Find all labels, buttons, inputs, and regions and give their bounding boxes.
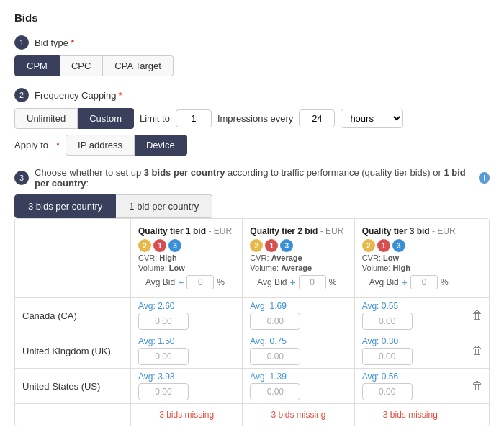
- avg-us-t2[interactable]: Avg: 1.39: [250, 372, 346, 382]
- delete-uk-btn[interactable]: 🗑: [472, 344, 483, 357]
- frequency-required: *: [118, 90, 122, 101]
- frequency-every-input[interactable]: [299, 109, 335, 127]
- table-row: United Kingdom (UK) Avg: 1.50 Avg: 0.75 …: [15, 333, 489, 368]
- tier2-badges: 2 1 3: [250, 239, 346, 252]
- tier2-badge2: 2: [250, 239, 263, 252]
- tier2-header: Quality tier 2 bid - EUR 2 1 3 CVR: Aver…: [242, 219, 354, 297]
- bid-input-ca-t1[interactable]: [138, 313, 189, 330]
- tier2-avg-label: Avg Bid: [257, 277, 287, 287]
- freq-unlimited[interactable]: Unlimited: [14, 108, 78, 129]
- delete-uk: 🗑: [466, 341, 489, 360]
- bids-table: Quality tier 1 bid - EUR 2 1 3 CVR: High…: [14, 218, 490, 426]
- frequency-section: 2 Frequency Capping * Unlimited Custom L…: [14, 88, 490, 156]
- bid-input-ca-t2[interactable]: [250, 313, 300, 330]
- tier1-pct: %: [217, 277, 225, 287]
- bid-cell-ca-t3: Avg: 0.55: [354, 298, 466, 333]
- frequency-limit-input[interactable]: [176, 109, 212, 127]
- tier1-avg-bid: Avg Bid + %: [138, 272, 235, 294]
- bid-cell-uk-t3: Avg: 0.30: [354, 333, 466, 368]
- tier1-header: Quality tier 1 bid - EUR 2 1 3 CVR: High…: [130, 219, 242, 297]
- tier3-volume: Volume: High: [362, 264, 459, 272]
- tier2-plus-icon[interactable]: +: [289, 277, 295, 288]
- avg-us-t1[interactable]: Avg: 3.93: [138, 372, 235, 382]
- bid-type-cpm[interactable]: CPM: [14, 55, 60, 76]
- missing-t2: 3 bids missing: [242, 404, 354, 426]
- bid-cell-us-t3: Avg: 0.56: [354, 369, 466, 403]
- tier1-cvr: CVR: High: [138, 253, 235, 262]
- tier3-title: Quality tier 3 bid - EUR: [362, 226, 459, 236]
- frequency-text: Frequency Capping: [35, 90, 116, 101]
- tier1-avg-label: Avg Bid: [145, 277, 175, 287]
- tier3-avg-bid: Avg Bid + %: [362, 272, 459, 294]
- tier1-badge3: 3: [168, 239, 181, 252]
- tier2-badge1: 1: [265, 239, 278, 252]
- bid-input-us-t1[interactable]: [138, 383, 189, 400]
- tier2-badge3: 3: [280, 239, 293, 252]
- country-name-us: United States (US): [15, 375, 130, 397]
- step-3-circle: 3: [14, 171, 29, 185]
- bid-type-cpa[interactable]: CPA Target: [103, 55, 174, 76]
- frequency-unit-select[interactable]: hours: [341, 109, 403, 128]
- missing-del: [466, 404, 489, 426]
- tab-3-bids[interactable]: 3 bids per country: [14, 194, 116, 218]
- impressions-label: Impressions every: [217, 113, 293, 124]
- bid-input-us-t2[interactable]: [250, 383, 300, 400]
- apply-device[interactable]: Device: [135, 135, 187, 156]
- apply-type-group: IP address Device: [66, 135, 187, 156]
- avg-uk-t2[interactable]: Avg: 0.75: [250, 336, 346, 346]
- tier1-plus-icon[interactable]: +: [178, 277, 184, 288]
- avg-uk-t3[interactable]: Avg: 0.30: [362, 336, 459, 346]
- country-name-ca: Canada (CA): [15, 305, 130, 327]
- missing-t1: 3 bids missing: [130, 404, 242, 426]
- delete-us: 🗑: [466, 377, 489, 395]
- tier3-avg-input[interactable]: [410, 275, 438, 289]
- bids-tab-group: 3 bids per country 1 bid per country: [14, 194, 490, 218]
- bids-info-icon[interactable]: i: [479, 172, 490, 184]
- tier3-badge2: 2: [362, 239, 375, 252]
- bids-description: Choose whether to set up 3 bids per coun…: [35, 167, 479, 189]
- frequency-type-group: Unlimited Custom: [14, 108, 134, 129]
- bid-input-uk-t1[interactable]: [138, 348, 189, 365]
- avg-uk-t1[interactable]: Avg: 1.50: [138, 336, 235, 346]
- limit-label: Limit to: [140, 113, 170, 124]
- freq-custom[interactable]: Custom: [78, 108, 134, 129]
- bid-type-cpc[interactable]: CPC: [60, 55, 103, 76]
- delete-ca: 🗑: [466, 306, 489, 325]
- page-container: Bids 1 Bid type * CPM CPC CPA Target 2 F…: [0, 0, 504, 427]
- delete-us-btn[interactable]: 🗑: [472, 379, 483, 392]
- bid-cell-uk-t1: Avg: 1.50: [130, 333, 242, 368]
- bid-input-us-t3[interactable]: [362, 383, 413, 400]
- tier3-badge1: 1: [377, 239, 390, 252]
- table-row: Canada (CA) Avg: 2.60 Avg: 1.69 Avg: 0.5…: [15, 297, 489, 333]
- tab-1-bid[interactable]: 1 bid per country: [116, 194, 212, 218]
- frequency-controls: Unlimited Custom Limit to Impressions ev…: [14, 108, 490, 129]
- tier2-pct: %: [329, 277, 337, 287]
- avg-ca-t2[interactable]: Avg: 1.69: [250, 301, 346, 311]
- apply-ip[interactable]: IP address: [66, 135, 135, 156]
- bid-type-group: CPM CPC CPA Target: [14, 55, 490, 76]
- tier3-badges: 2 1 3: [362, 239, 459, 252]
- bid-type-label: 1 Bid type *: [14, 35, 490, 50]
- avg-us-t3[interactable]: Avg: 0.56: [362, 372, 459, 382]
- avg-ca-t3[interactable]: Avg: 0.55: [362, 301, 459, 311]
- tier3-badge3: 3: [392, 239, 405, 252]
- bid-input-ca-t3[interactable]: [362, 313, 413, 330]
- bid-cell-uk-t2: Avg: 0.75: [242, 333, 354, 368]
- tier2-avg-input[interactable]: [299, 275, 326, 289]
- tier2-title: Quality tier 2 bid - EUR: [250, 226, 346, 236]
- tier1-avg-input[interactable]: [186, 275, 214, 289]
- bid-input-uk-t2[interactable]: [250, 348, 300, 365]
- country-name-uk: United Kingdom (UK): [15, 340, 130, 362]
- tier3-cvr: CVR: Low: [362, 253, 459, 262]
- bids-section-label: 3 Choose whether to set up 3 bids per co…: [14, 167, 490, 189]
- tier3-plus-icon[interactable]: +: [402, 277, 408, 288]
- tier3-header: Quality tier 3 bid - EUR 2 1 3 CVR: Low …: [354, 219, 466, 297]
- bid-input-uk-t3[interactable]: [362, 348, 413, 365]
- bids-section: 3 Choose whether to set up 3 bids per co…: [14, 167, 490, 427]
- avg-ca-t1[interactable]: Avg: 2.60: [138, 301, 235, 311]
- tier2-avg-bid: Avg Bid + %: [250, 272, 346, 294]
- delete-ca-btn[interactable]: 🗑: [472, 309, 483, 322]
- tier2-cvr: CVR: Average: [250, 253, 346, 262]
- bid-type-section: 1 Bid type * CPM CPC CPA Target: [14, 35, 490, 76]
- apply-row: Apply to * IP address Device: [14, 135, 490, 156]
